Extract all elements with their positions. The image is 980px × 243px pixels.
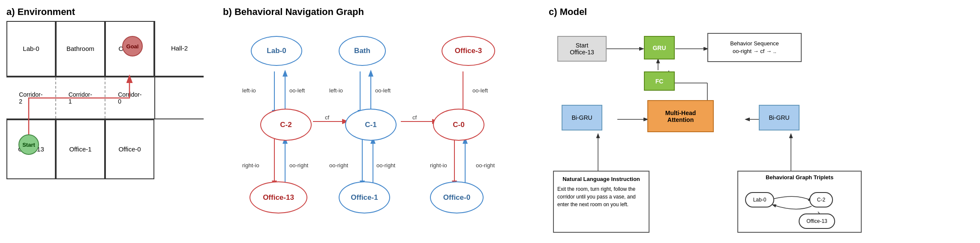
multi-head-box: Multi-Head Attention [647,100,714,132]
room-bathroom-label: Bathroom [66,44,94,53]
env-grid: Lab-0 Bathroom Office-3 Hall-2 Goal Corr… [6,21,204,231]
corridor-row: Corridor-2 Corridor-1 Corridor-0 [6,77,204,119]
edge-label-cf-1: cf [325,114,329,121]
room-office0-label: Office-0 [118,145,141,154]
multi-head-label: Multi-Head Attention [652,110,709,123]
gru-box: GRU [644,36,675,59]
graph-node-bath: Bath [339,36,386,66]
graph-node-office0: Office-0 [430,181,484,213]
section-b: b) Behavioral Navigation Graph [219,4,544,239]
edge-label-right-io-1: right-io [242,162,259,169]
graph-node-office3-label: Office-3 [455,47,482,55]
corridor-2-label: Corridor-2 [19,91,42,105]
bgt-title: Behavioral Graph Triplets [741,174,858,181]
start-marker: Start [18,134,39,155]
edge-label-oo-right-4: oo-right [476,162,495,169]
goal-marker: Goal [122,36,143,56]
edge-label-left-io-1: left-io [242,87,256,94]
graph-node-lab0: Lab-0 [251,36,302,66]
edge-label-oo-right-1: oo-right [289,162,308,169]
corridor-0: Corridor-0 [105,77,155,119]
behavior-seq-box: Behavior Sequenceoo-right → cf → .. [707,33,802,62]
section-b-title: b) Behavioral Navigation Graph [223,6,540,18]
section-a: a) Environment Lab-0 Bathroom Offi [4,4,219,239]
graph-node-office1-label: Office-1 [351,193,378,202]
edge-label-oo-right-3: oo-right [376,162,395,169]
graph-node-c2: C-2 [260,109,312,141]
graph-node-c2-label: C-2 [280,121,292,129]
edge-label-right-io-2: right-io [430,162,447,169]
edge-label-left-io-2: left-io [329,87,343,94]
start-label: Start [22,142,35,148]
room-office1: Office-1 [56,119,105,179]
corridor-2: Corridor-2 [6,77,56,119]
room-office1-label: Office-1 [69,145,91,154]
edge-label-oo-right-2: oo-right [329,162,348,169]
graph-node-c0-label: C-0 [453,121,464,129]
edge-label-cf-2: cf [412,114,417,121]
fc-label: FC [655,78,664,85]
corridor-open [155,77,204,119]
start-office13-label: StartOffice-13 [570,42,594,56]
mini-node-c2: C-2 [809,192,833,207]
corridor-1-label: Corridor-1 [69,91,92,105]
main-container: a) Environment Lab-0 Bathroom Offi [0,0,980,243]
room-bathroom: Bathroom [56,21,105,77]
graph-node-c1-label: C-1 [365,121,376,129]
model-canvas: StartOffice-13 GRU Behavior Sequenceoo-r… [549,21,971,239]
corridor-0-label: Corridor-0 [118,91,141,105]
graph-node-office13: Office-13 [250,181,307,213]
graph-node-lab0-label: Lab-0 [267,47,286,55]
nl-instruction-box: Natural Language Instruction Exit the ro… [553,171,649,233]
section-c-title: c) Model [549,6,971,18]
graph-node-office3: Office-3 [442,36,495,66]
bigru-left-label: Bi-GRU [571,114,592,121]
mini-node-lab0: Lab-0 [745,192,774,207]
room-hall2-label: Hall-2 [171,44,188,53]
graph-node-office13-label: Office-13 [263,193,294,202]
edge-label-oo-left-3: oo-left [472,87,488,94]
graph-node-office0-label: Office-0 [443,193,470,202]
room-lab0: Lab-0 [6,21,56,77]
goal-label: Goal [126,43,139,50]
nl-instruction-text: Exit the room, turn right, follow the co… [557,185,645,208]
gru-label: GRU [652,44,666,51]
corridor-1: Corridor-1 [56,77,106,119]
graph-node-office1: Office-1 [339,181,390,213]
mini-graph: Lab-0 C-2 Office-13 [741,183,852,230]
room-lab0-label: Lab-0 [23,44,39,53]
nl-instruction-title: Natural Language Instruction [557,175,645,184]
graph-node-c0: C-0 [433,109,484,141]
section-c: c) Model [544,4,976,239]
mini-node-office13: Office-13 [799,213,835,229]
bgt-box: Behavioral Graph Triplets [737,171,862,233]
edge-label-oo-left-1: oo-left [289,87,305,94]
graph-canvas: Lab-0 Bath Office-3 C-2 C-1 C-0 [223,21,540,239]
section-a-title: a) Environment [6,6,216,18]
bigru-right-label: Bi-GRU [769,114,789,121]
graph-node-bath-label: Bath [354,47,370,55]
behavior-seq-label: Behavior Sequenceoo-right → cf → .. [730,40,779,55]
graph-node-c1: C-1 [345,109,397,141]
bigru-right-box: Bi-GRU [759,105,800,130]
fc-box: FC [644,71,675,91]
edge-label-oo-left-2: oo-left [375,87,391,94]
bigru-left-box: Bi-GRU [562,105,602,130]
room-office0: Office-0 [105,119,154,179]
room-hall2: Hall-2 [154,21,204,77]
start-office13-box: StartOffice-13 [557,36,607,62]
